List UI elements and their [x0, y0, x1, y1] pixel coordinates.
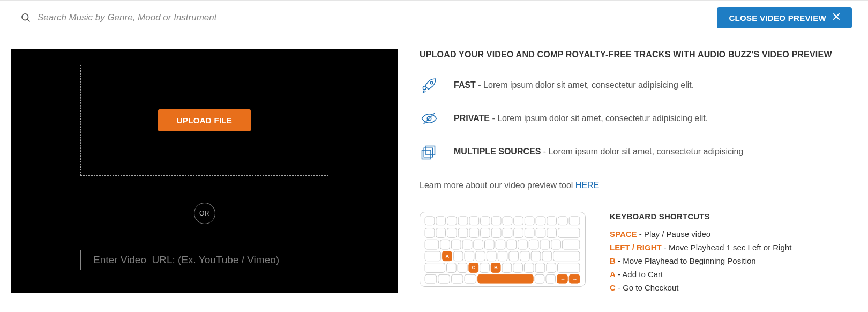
or-separator: OR [194, 203, 215, 224]
shortcut-line: A - Add to Cart [610, 270, 791, 279]
svg-rect-73 [524, 263, 534, 273]
svg-rect-24 [425, 228, 435, 238]
close-label: CLOSE VIDEO PREVIEW [729, 13, 826, 23]
upload-file-button[interactable]: UPLOAD FILE [158, 109, 251, 131]
svg-rect-46 [529, 240, 538, 249]
shortcut-line: B - Move Playhead to Beginning Position [610, 256, 791, 265]
svg-point-0 [22, 14, 28, 20]
svg-rect-65 [458, 263, 467, 273]
svg-rect-16 [491, 217, 501, 225]
svg-rect-22 [558, 217, 568, 225]
svg-rect-57 [498, 251, 507, 261]
feature-desc: - Lorem ipsum dolor sit amet, consectetu… [476, 80, 694, 90]
svg-text:C: C [472, 265, 476, 270]
svg-rect-8 [424, 148, 433, 157]
svg-rect-34 [536, 228, 545, 238]
svg-rect-19 [525, 217, 534, 225]
svg-rect-38 [440, 240, 450, 249]
svg-rect-80 [465, 274, 476, 283]
svg-rect-48 [551, 240, 561, 249]
close-video-preview-button[interactable]: CLOSE VIDEO PREVIEW [717, 7, 852, 28]
svg-rect-45 [518, 240, 528, 249]
svg-rect-15 [481, 217, 490, 225]
feature-name: FAST [454, 80, 476, 90]
svg-rect-17 [503, 217, 512, 225]
shortcut-section: A C B ← → KEYBOARD SHORTCUTS SPACE - Pla… [420, 212, 852, 296]
svg-rect-83 [546, 274, 556, 283]
feature-name: PRIVATE [454, 114, 490, 123]
svg-rect-78 [438, 274, 450, 283]
svg-rect-75 [547, 263, 556, 273]
feature-name: MULTIPLE SOURCES [454, 147, 541, 156]
learn-prefix: Learn more about our video preview tool [420, 181, 575, 190]
feature-fast: FAST - Lorem ipsum dolor sit amet, conse… [420, 76, 852, 95]
top-bar: CLOSE VIDEO PREVIEW [0, 0, 868, 35]
video-url-input[interactable] [93, 254, 328, 266]
svg-rect-76 [558, 263, 580, 273]
feature-private: PRIVATE - Lorem ipsum dolor sit amet, co… [420, 109, 852, 128]
svg-point-4 [430, 81, 433, 84]
svg-rect-54 [465, 251, 474, 261]
svg-rect-71 [502, 263, 512, 273]
shortcut-list: KEYBOARD SHORTCUTS SPACE - Play / Pause … [610, 212, 791, 296]
svg-rect-68 [480, 263, 490, 273]
svg-text:→: → [572, 276, 578, 282]
search-wrap [20, 12, 717, 23]
svg-text:←: ← [560, 276, 565, 282]
close-icon [833, 13, 840, 23]
svg-rect-26 [447, 228, 457, 238]
svg-rect-44 [507, 240, 517, 249]
eye-off-icon [420, 109, 439, 128]
svg-rect-42 [484, 240, 494, 249]
svg-rect-31 [503, 228, 512, 238]
svg-rect-50 [425, 251, 441, 261]
shortcut-line: SPACE - Play / Pause video [610, 229, 791, 239]
svg-rect-30 [491, 228, 501, 238]
svg-rect-14 [469, 217, 479, 225]
svg-line-6 [424, 113, 435, 124]
svg-rect-59 [520, 251, 530, 261]
shortcut-title: KEYBOARD SHORTCUTS [610, 212, 791, 221]
svg-rect-39 [451, 240, 461, 249]
stack-icon [420, 142, 439, 161]
svg-rect-47 [540, 240, 550, 249]
svg-rect-82 [535, 274, 544, 283]
main-content: UPLOAD FILE OR UPLOAD YOUR VIDEO AND COM… [0, 35, 868, 310]
info-column: UPLOAD YOUR VIDEO AND COMP ROYALTY-FREE … [420, 49, 852, 296]
svg-rect-36 [558, 228, 580, 238]
svg-rect-63 [425, 263, 445, 273]
learn-more-link[interactable]: HERE [575, 181, 599, 190]
feature-multiple-sources: MULTIPLE SOURCES - Lorem ipsum dolor sit… [420, 142, 852, 161]
svg-rect-32 [514, 228, 523, 238]
svg-rect-11 [436, 217, 446, 225]
svg-rect-58 [509, 251, 519, 261]
feature-desc: - Lorem ipsum dolor sit amet, consectetu… [541, 147, 743, 156]
svg-text:A: A [446, 254, 450, 259]
svg-rect-61 [542, 251, 552, 261]
svg-rect-77 [425, 274, 437, 283]
svg-rect-37 [425, 240, 439, 249]
svg-rect-27 [458, 228, 468, 238]
svg-rect-40 [462, 240, 472, 249]
rocket-icon [420, 76, 439, 95]
search-input[interactable] [38, 12, 305, 23]
svg-rect-79 [451, 274, 463, 283]
svg-rect-18 [514, 217, 523, 225]
svg-rect-12 [447, 217, 457, 225]
svg-rect-72 [513, 263, 523, 273]
shortcut-line: LEFT / RIGHT - Move Playhead 1 sec Left … [610, 243, 791, 252]
svg-rect-60 [531, 251, 541, 261]
svg-rect-49 [562, 240, 580, 249]
keyboard-illustration: A C B ← → [420, 212, 586, 287]
svg-rect-53 [453, 251, 463, 261]
svg-rect-33 [525, 228, 534, 238]
svg-rect-25 [436, 228, 446, 238]
video-panel: UPLOAD FILE OR [11, 49, 398, 293]
info-title: UPLOAD YOUR VIDEO AND COMP ROYALTY-FREE … [420, 50, 852, 60]
svg-text:B: B [494, 265, 497, 270]
svg-rect-64 [447, 263, 457, 273]
upload-drop-zone[interactable]: UPLOAD FILE [80, 65, 328, 176]
svg-rect-43 [496, 240, 505, 249]
svg-rect-55 [476, 251, 485, 261]
svg-rect-13 [458, 217, 468, 225]
